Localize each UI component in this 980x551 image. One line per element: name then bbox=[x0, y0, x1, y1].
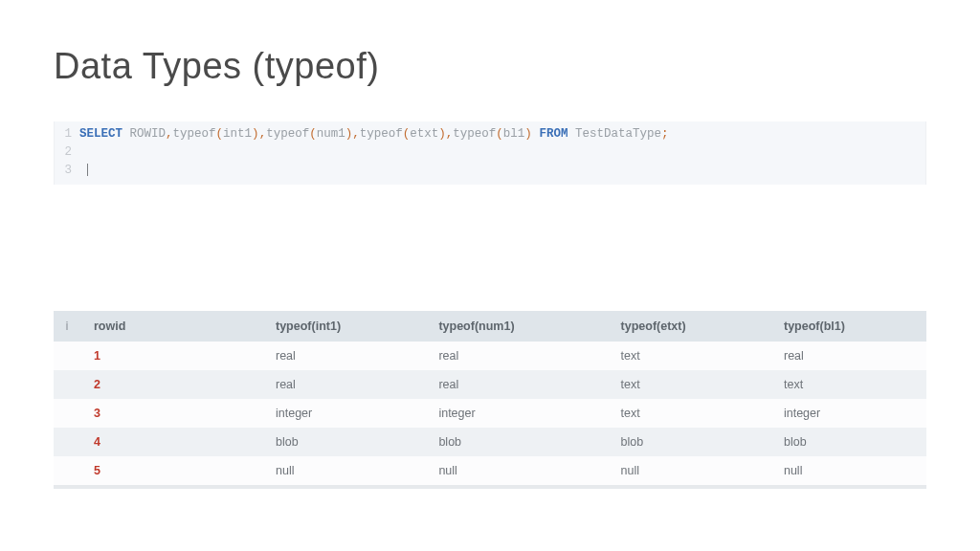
cell-idx bbox=[54, 399, 80, 428]
cell-value: null bbox=[425, 456, 607, 485]
col-index: i bbox=[54, 311, 80, 342]
table-row: 4 blob blob blob blob bbox=[54, 428, 926, 456]
col-typeof-bl1: typeof(bl1) bbox=[770, 311, 926, 342]
cell-value: text bbox=[770, 370, 926, 399]
cell-value: null bbox=[608, 456, 770, 485]
table-row: 3 integer integer text integer bbox=[54, 399, 926, 428]
cell-value: real bbox=[425, 342, 607, 370]
cell-value: integer bbox=[425, 399, 607, 428]
cell-value: blob bbox=[425, 428, 607, 456]
cell-value: real bbox=[425, 370, 607, 399]
table-row: 2 real real text text bbox=[54, 370, 926, 399]
col-rowid: rowid bbox=[80, 311, 262, 342]
code-line-3: 3 bbox=[55, 162, 925, 180]
cell-value: real bbox=[262, 342, 425, 370]
col-typeof-num1: typeof(num1) bbox=[425, 311, 607, 342]
results-header: i rowid typeof(int1) typeof(num1) typeof… bbox=[54, 311, 926, 342]
cell-idx bbox=[54, 342, 80, 370]
code-line-2: 2 bbox=[55, 143, 925, 162]
cell-idx bbox=[54, 370, 80, 399]
cell-value: blob bbox=[608, 428, 770, 456]
cell-value: text bbox=[608, 399, 770, 428]
cell-value: null bbox=[262, 456, 425, 485]
cell-rowid: 5 bbox=[80, 456, 262, 485]
header-row: i rowid typeof(int1) typeof(num1) typeof… bbox=[54, 311, 926, 342]
table-footer-divider bbox=[54, 485, 926, 489]
spacer bbox=[54, 185, 926, 311]
empty-line bbox=[79, 143, 87, 162]
line-number: 3 bbox=[55, 162, 79, 180]
code-line-1: 1 SELECT ROWID,typeof(int1),typeof(num1)… bbox=[55, 125, 925, 143]
col-typeof-etxt: typeof(etxt) bbox=[608, 311, 770, 342]
col-typeof-int1: typeof(int1) bbox=[262, 311, 425, 342]
cell-value: blob bbox=[770, 428, 926, 456]
cell-value: text bbox=[608, 370, 770, 399]
cursor-line bbox=[79, 162, 88, 180]
cell-value: integer bbox=[770, 399, 926, 428]
slide-title: Data Types (typeof) bbox=[54, 46, 926, 87]
cell-idx bbox=[54, 428, 80, 456]
cell-value: blob bbox=[262, 428, 425, 456]
cell-value: text bbox=[608, 342, 770, 370]
line-number: 2 bbox=[55, 143, 79, 162]
cell-value: real bbox=[262, 370, 425, 399]
cell-idx bbox=[54, 456, 80, 485]
slide: Data Types (typeof) 1 SELECT ROWID,typeo… bbox=[0, 0, 980, 551]
sql-query-text: SELECT ROWID,typeof(int1),typeof(num1),t… bbox=[79, 125, 668, 143]
results-body: 1 real real text real 2 real real text t… bbox=[54, 342, 926, 485]
sql-editor[interactable]: 1 SELECT ROWID,typeof(int1),typeof(num1)… bbox=[54, 121, 926, 185]
line-number: 1 bbox=[55, 125, 79, 143]
cell-value: real bbox=[770, 342, 926, 370]
cell-value: null bbox=[770, 456, 926, 485]
text-cursor-icon bbox=[87, 164, 88, 176]
cell-rowid: 1 bbox=[80, 342, 262, 370]
table-row: 1 real real text real bbox=[54, 342, 926, 370]
cell-rowid: 2 bbox=[80, 370, 262, 399]
results-table: i rowid typeof(int1) typeof(num1) typeof… bbox=[54, 311, 926, 485]
cell-rowid: 4 bbox=[80, 428, 262, 456]
cell-rowid: 3 bbox=[80, 399, 262, 428]
cell-value: integer bbox=[262, 399, 425, 428]
table-row: 5 null null null null bbox=[54, 456, 926, 485]
